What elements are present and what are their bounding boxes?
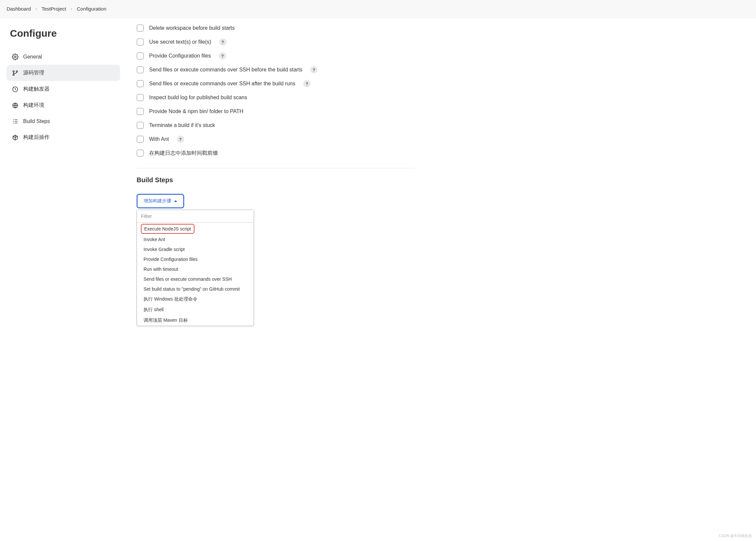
dropdown-option-shell[interactable]: 执行 shell — [137, 304, 254, 315]
sidebar-item-scm[interactable]: 源码管理 — [7, 65, 120, 81]
dropdown-option-execute-nodejs[interactable]: Execute NodeJS script — [144, 225, 191, 233]
main-content: Delete workspace before build starts Use… — [127, 18, 421, 339]
checkbox[interactable] — [137, 66, 144, 73]
checkbox[interactable] — [137, 136, 144, 143]
build-steps-heading: Build Steps — [137, 176, 414, 184]
help-icon[interactable]: ? — [303, 80, 311, 87]
sidebar-item-post-build[interactable]: 构建后操作 — [7, 129, 120, 146]
option-label: Provide Configuration files — [149, 53, 211, 59]
caret-up-icon — [174, 200, 177, 202]
option-label: Delete workspace before build starts — [149, 25, 235, 31]
dropdown-option-windows-batch[interactable]: 执行 Windows 批处理命令 — [137, 294, 254, 304]
checkbox[interactable] — [137, 122, 144, 129]
sidebar-item-label: 构建环境 — [23, 102, 44, 109]
add-build-step-label: 增加构建步骤 — [144, 198, 171, 204]
checkbox[interactable] — [137, 24, 144, 32]
option-label: 在构建日志中添加时间戳前缀 — [149, 150, 218, 157]
option-label: Terminate a build if it's stuck — [149, 122, 215, 128]
option-ssh-after: Send files or execute commands over SSH … — [137, 77, 414, 91]
dropdown-option-run-timeout[interactable]: Run with timeout — [137, 264, 254, 274]
clock-icon — [12, 86, 19, 93]
svg-point-0 — [15, 56, 16, 58]
option-label: Provide Node & npm bin/ folder to PATH — [149, 109, 244, 114]
gear-icon — [12, 54, 19, 60]
section-divider — [137, 168, 414, 168]
branch-icon — [12, 70, 19, 76]
sidebar-item-label: Build Steps — [23, 118, 50, 124]
option-secret-text: Use secret text(s) or file(s) ? — [137, 35, 414, 49]
option-label: Use secret text(s) or file(s) — [149, 39, 211, 45]
breadcrumb: Dashboard › TestProject › Configuration — [0, 0, 756, 18]
checkbox[interactable] — [137, 52, 144, 60]
sidebar-item-label: 构建后操作 — [23, 134, 50, 141]
option-label: Send files or execute commands over SSH … — [149, 81, 295, 87]
help-icon[interactable]: ? — [219, 52, 226, 60]
checkbox[interactable] — [137, 108, 144, 115]
page-title: Configure — [7, 28, 120, 49]
package-icon — [12, 134, 19, 141]
dropdown-option-maven[interactable]: 调用顶层 Maven 目标 — [137, 315, 254, 326]
option-inspect-log: Inspect build log for published build sc… — [137, 91, 414, 105]
sidebar-item-triggers[interactable]: 构建触发器 — [7, 81, 120, 97]
help-icon[interactable]: ? — [219, 38, 227, 46]
sidebar-item-label: 源码管理 — [23, 69, 44, 76]
steps-icon — [12, 118, 19, 125]
sidebar-item-label: 构建触发器 — [23, 86, 50, 93]
build-step-dropdown: Execute NodeJS script Invoke Ant Invoke … — [137, 210, 254, 326]
svg-point-2 — [16, 70, 18, 72]
svg-point-1 — [13, 70, 14, 72]
option-label: Inspect build log for published build sc… — [149, 95, 247, 101]
globe-icon — [12, 102, 19, 109]
dropdown-option-github-status[interactable]: Set build status to "pending" on GitHub … — [137, 284, 254, 294]
option-ssh-before: Send files or execute commands over SSH … — [137, 63, 414, 77]
filter-input[interactable] — [137, 210, 254, 223]
option-node-path: Provide Node & npm bin/ folder to PATH — [137, 105, 414, 118]
dropdown-option-config-files[interactable]: Provide Configuration files — [137, 254, 254, 264]
checkbox[interactable] — [137, 38, 144, 46]
option-timestamps: 在构建日志中添加时间戳前缀 — [137, 146, 414, 160]
option-delete-workspace: Delete workspace before build starts — [137, 21, 414, 35]
sidebar-item-label: General — [23, 54, 42, 60]
option-config-files: Provide Configuration files ? — [137, 49, 414, 63]
dropdown-option-ssh[interactable]: Send files or execute commands over SSH — [137, 274, 254, 284]
highlighted-option: Execute NodeJS script — [141, 224, 195, 234]
dropdown-option-invoke-gradle[interactable]: Invoke Gradle script — [137, 245, 254, 254]
sidebar-item-build-steps[interactable]: Build Steps — [7, 113, 120, 129]
chevron-right-icon: › — [71, 6, 72, 11]
checkbox[interactable] — [137, 94, 144, 101]
help-icon[interactable]: ? — [177, 136, 184, 143]
help-icon[interactable]: ? — [310, 66, 318, 73]
option-with-ant: With Ant ? — [137, 132, 414, 146]
chevron-right-icon: › — [35, 6, 37, 11]
sidebar: Configure General 源码管理 构建触发器 构建环境 Build … — [0, 18, 127, 339]
add-build-step-button[interactable]: 增加构建步骤 — [137, 194, 184, 208]
breadcrumb-configuration[interactable]: Configuration — [77, 6, 106, 12]
option-label: With Ant — [149, 136, 169, 142]
option-terminate-stuck: Terminate a build if it's stuck — [137, 118, 414, 132]
breadcrumb-project[interactable]: TestProject — [42, 6, 66, 12]
option-label: Send files or execute commands over SSH … — [149, 67, 302, 73]
sidebar-item-environment[interactable]: 构建环境 — [7, 97, 120, 113]
checkbox[interactable] — [137, 80, 144, 87]
breadcrumb-dashboard[interactable]: Dashboard — [7, 6, 31, 12]
sidebar-item-general[interactable]: General — [7, 49, 120, 65]
dropdown-option-invoke-ant[interactable]: Invoke Ant — [137, 235, 254, 245]
checkbox[interactable] — [137, 150, 144, 157]
svg-point-3 — [13, 74, 14, 75]
